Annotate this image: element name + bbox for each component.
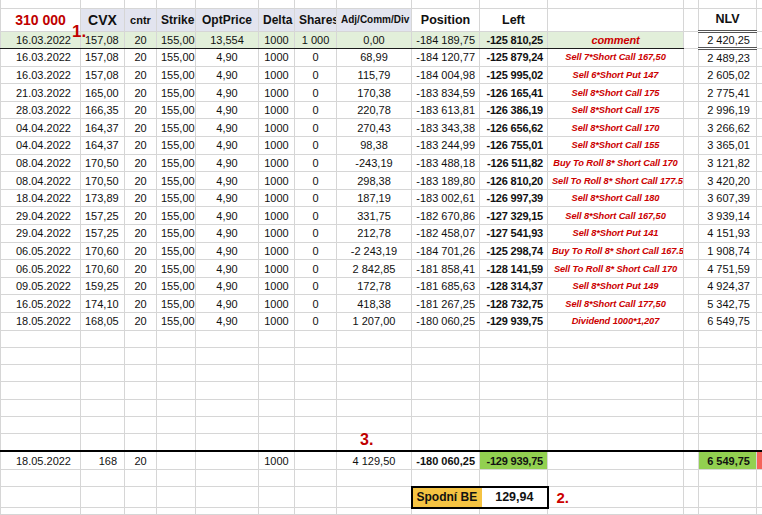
empty-cell[interactable] (412, 399, 480, 416)
empty-cell[interactable] (196, 416, 259, 433)
cell-adj[interactable]: 2 842,85 (337, 260, 412, 278)
cell-delta[interactable]: 1000 (259, 101, 295, 119)
cell-cvx[interactable]: 166,35 (81, 101, 125, 119)
cell-optprice[interactable]: 4,90 (196, 242, 259, 260)
cell-optprice[interactable] (196, 451, 259, 470)
cell-cntr[interactable]: 20 (125, 154, 157, 172)
cell-optprice[interactable]: 4,90 (196, 137, 259, 155)
empty-cell[interactable] (157, 434, 196, 451)
cell-comment[interactable]: Sell To Roll 8* Short Call 177.50 (548, 172, 684, 190)
cell-delta[interactable]: 1000 (259, 119, 295, 137)
cell-gap[interactable] (684, 207, 699, 225)
cell-optprice[interactable]: 4,90 (196, 172, 259, 190)
empty-cell[interactable] (295, 365, 337, 382)
cell-cntr[interactable]: 20 (125, 137, 157, 155)
cell-cvx[interactable]: 159,25 (81, 277, 125, 295)
cell-left[interactable]: -128 314,37 (480, 277, 548, 295)
cell-left[interactable]: -125 879,24 (480, 49, 548, 67)
cell-strike[interactable]: 155,00 (157, 154, 196, 172)
cell-sliver[interactable] (757, 154, 762, 172)
empty-cell[interactable] (1, 382, 81, 399)
empty-cell[interactable] (757, 382, 762, 399)
cell-gap[interactable] (684, 66, 699, 84)
cell-cvx[interactable]: 157,08 (81, 66, 125, 84)
cell-sliver[interactable] (757, 66, 762, 84)
cell-date[interactable]: 06.05.2022 (1, 260, 81, 278)
cell-sliver[interactable] (757, 313, 762, 331)
cell-date[interactable]: 21.03.2022 (1, 84, 81, 102)
cell-gap[interactable] (684, 189, 699, 207)
empty-cell[interactable] (81, 347, 125, 364)
cell-delta[interactable]: 1000 (259, 242, 295, 260)
empty-cell[interactable] (480, 399, 548, 416)
cell-adj[interactable]: 98,38 (337, 137, 412, 155)
cell-adj[interactable]: 1 207,00 (337, 313, 412, 331)
cell-cvx[interactable]: 157,08 (81, 49, 125, 67)
cell-adj[interactable]: 298,38 (337, 172, 412, 190)
cell-cvx[interactable]: 170,60 (81, 260, 125, 278)
cell-cvx[interactable]: 164,37 (81, 137, 125, 155)
cell-cntr[interactable]: 20 (125, 49, 157, 67)
cell-comment[interactable]: Sell To Roll 8* Short Call 170 (548, 260, 684, 278)
cell-comment[interactable]: Dividend 1000*1,207 (548, 313, 684, 331)
cell-nlv[interactable]: 4 924,37 (699, 277, 757, 295)
cell-delta[interactable]: 1000 (259, 31, 295, 49)
empty-cell[interactable] (480, 330, 548, 347)
empty-cell[interactable] (125, 347, 157, 364)
empty-cell[interactable] (81, 434, 125, 451)
cell-gap[interactable] (684, 84, 699, 102)
empty-cell[interactable] (548, 365, 684, 382)
cell-comment[interactable]: Sell 8*Short Put 141 (548, 225, 684, 243)
empty-cell[interactable] (684, 365, 699, 382)
cell-optprice[interactable]: 4,90 (196, 225, 259, 243)
empty-cell[interactable] (757, 347, 762, 364)
cell-optprice[interactable]: 4,90 (196, 189, 259, 207)
cell-date[interactable]: 04.04.2022 (1, 137, 81, 155)
cell-left[interactable]: -125 810,25 (480, 31, 548, 49)
empty-cell[interactable] (699, 347, 757, 364)
cell-sliver[interactable] (757, 260, 762, 278)
cell-adj[interactable]: 270,43 (337, 119, 412, 137)
cell-adj[interactable]: 212,78 (337, 225, 412, 243)
cell-sliver[interactable] (757, 119, 762, 137)
cell-delta[interactable]: 1000 (259, 451, 295, 470)
cell-delta[interactable]: 1000 (259, 225, 295, 243)
cell-strike[interactable]: 155,00 (157, 172, 196, 190)
cell-delta[interactable]: 1000 (259, 260, 295, 278)
cell-strike[interactable]: 155,00 (157, 101, 196, 119)
cell-shares[interactable]: 0 (295, 49, 337, 67)
cell-strike[interactable]: 155,00 (157, 66, 196, 84)
empty-cell[interactable] (259, 330, 295, 347)
cell-strike[interactable]: 155,00 (157, 137, 196, 155)
cell-gap[interactable] (684, 137, 699, 155)
empty-cell[interactable] (157, 365, 196, 382)
empty-cell[interactable] (1, 365, 81, 382)
cell-shares[interactable]: 0 (295, 313, 337, 331)
cell-date[interactable]: 18.05.2022 (1, 313, 81, 331)
cell-optprice[interactable]: 4,90 (196, 154, 259, 172)
empty-cell[interactable] (548, 330, 684, 347)
cell-optprice[interactable]: 4,90 (196, 119, 259, 137)
cell-delta[interactable]: 1000 (259, 66, 295, 84)
cell-strike[interactable]: 155,00 (157, 260, 196, 278)
empty-cell[interactable] (259, 399, 295, 416)
cell-nlv[interactable]: 2 489,23 (699, 49, 757, 67)
cell-cvx[interactable]: 165,00 (81, 84, 125, 102)
cell-optprice[interactable]: 4,90 (196, 84, 259, 102)
cell-gap[interactable] (684, 31, 699, 49)
empty-cell[interactable] (684, 416, 699, 433)
cell-nlv[interactable]: 3 266,62 (699, 119, 757, 137)
cell-adj[interactable]: -243,19 (337, 154, 412, 172)
empty-cell[interactable] (259, 382, 295, 399)
cell-strike[interactable]: 155,00 (157, 242, 196, 260)
cell-date[interactable]: 18.04.2022 (1, 189, 81, 207)
cell-cvx[interactable]: 170,60 (81, 242, 125, 260)
cell-date[interactable]: 29.04.2022 (1, 207, 81, 225)
cell-nlv[interactable]: 6 549,75 (699, 313, 757, 331)
cell-left[interactable]: -126 386,19 (480, 101, 548, 119)
empty-cell[interactable] (196, 434, 259, 451)
cell-position[interactable]: -184 189,75 (412, 31, 480, 49)
cell-cvx[interactable]: 164,37 (81, 119, 125, 137)
cell-sliver[interactable] (757, 31, 762, 49)
empty-cell[interactable] (125, 399, 157, 416)
